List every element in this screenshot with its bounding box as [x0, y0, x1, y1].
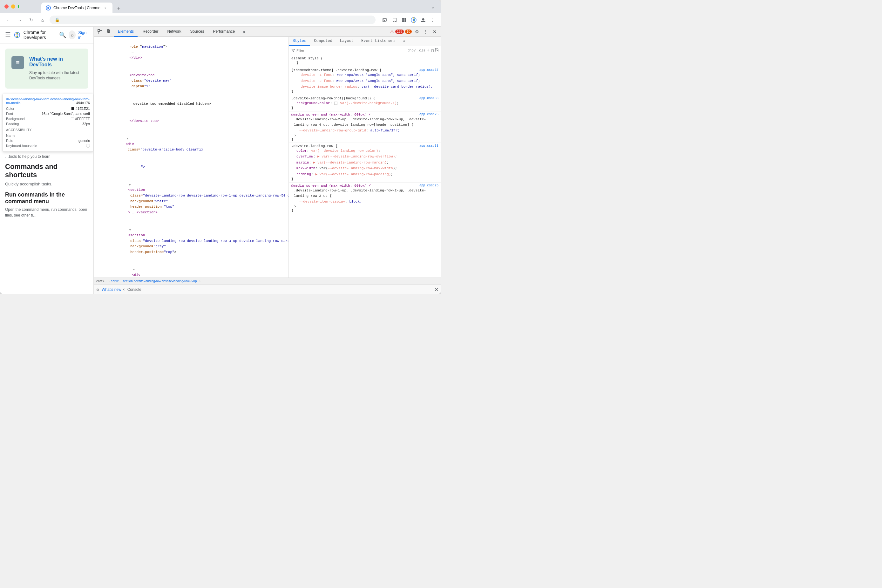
breadcrumb-section[interactable]: earfix… section.devsite-landing-row.devs… [111, 279, 197, 283]
chrome-settings-menu[interactable]: ⋮ [428, 15, 437, 24]
svg-rect-6 [402, 20, 404, 22]
devtools-more-button[interactable]: ⋮ [422, 28, 430, 36]
minimize-button[interactable] [11, 4, 15, 9]
hamburger-menu[interactable]: ☰ [5, 31, 11, 39]
site-search-button[interactable]: 🔍 [59, 32, 66, 38]
reload-button[interactable]: ↻ [27, 15, 36, 24]
color-swatch [71, 107, 74, 110]
html-line[interactable]: ▼ <div class="devsite-landing-row-inner"… [94, 261, 288, 278]
dt-bottom-bar: earfix… › earfix… section.devsite-landin… [94, 278, 441, 285]
back-button[interactable]: ← [4, 15, 13, 24]
font-label: Font [6, 112, 13, 116]
tab-network[interactable]: Network [163, 27, 185, 37]
devtools-settings-button[interactable]: ⚙ [413, 28, 421, 36]
hero-icon: ≡ [11, 56, 24, 69]
dt-html-panel: role="navigation"> … </div> <devsite-toc… [94, 37, 441, 278]
styles-tab-event-listeners[interactable]: Event Listeners [358, 37, 400, 46]
tab-elements[interactable]: Elements [114, 27, 138, 37]
svg-rect-7 [404, 20, 406, 22]
padding-label: Padding [6, 122, 19, 126]
website-panel: ☰ Chrome for Developers 🔍 ☼ Sign in [0, 27, 94, 294]
forward-button[interactable]: → [15, 15, 24, 24]
new-tab-button[interactable]: + [114, 4, 123, 14]
svg-point-9 [413, 19, 415, 21]
styles-tab-more[interactable]: » [400, 37, 409, 46]
main-content: ☰ Chrome for Developers 🔍 ☼ Sign in [0, 27, 441, 294]
a11y-keyboard-row: Keyboard-focusable [6, 143, 90, 148]
error-count[interactable]: ⚠ 168 10 [390, 29, 412, 34]
add-style-rule[interactable]: + [427, 48, 430, 53]
active-tab[interactable]: Chrome DevTools | Chrome × [41, 3, 113, 14]
html-line[interactable]: ▼ <div class="devsite-article-body clear… [94, 130, 288, 159]
padding-value: 32px [82, 122, 90, 126]
extensions-icon[interactable] [400, 15, 409, 24]
sign-in-button[interactable]: Sign in [78, 30, 88, 40]
style-source[interactable]: app.css:25 [419, 184, 439, 188]
tab-recorder[interactable]: Recorder [139, 27, 162, 37]
more-tabs-button[interactable]: » [240, 27, 248, 37]
inspector-color-row: Color #1E1E21 [6, 106, 90, 111]
site-title: Chrome for Developers [24, 30, 56, 40]
html-line[interactable]: </devsite-toc> [94, 113, 288, 130]
styles-tab-computed[interactable]: Computed [310, 37, 336, 46]
dt-elements-panel: role="navigation"> … </div> <devsite-toc… [94, 37, 288, 278]
address-input[interactable]: 🔒 [50, 15, 376, 24]
html-line[interactable]: <devsite-toc class="devsite-nav" depth="… [94, 67, 288, 95]
style-source[interactable]: app.css:33 [419, 96, 439, 100]
cls-pseudo[interactable]: .cls [417, 49, 425, 52]
console-tab-console[interactable]: Console [128, 287, 141, 292]
a11y-keyboard-value [86, 144, 90, 148]
styles-new-rule[interactable]: ◻ [431, 47, 434, 54]
hov-pseudo[interactable]: :hov [407, 49, 416, 52]
hero-title: What's new in DevTools [29, 56, 82, 68]
html-line[interactable]: devsite-toc-embedded disabled hidden> [94, 95, 288, 113]
bookmark-icon[interactable] [390, 15, 399, 24]
html-line[interactable]: "> [94, 158, 288, 176]
a11y-keyboard-label: Keyboard-focusable [6, 144, 37, 148]
style-section-media-600-1: app.css:25 @media screen and (max-width:… [289, 111, 441, 143]
filter-icon [291, 49, 295, 52]
tab-bar: Chrome DevTools | Chrome × + [19, 0, 123, 14]
tab-close-button[interactable]: × [103, 5, 108, 10]
chrome-profile-icon[interactable] [409, 15, 418, 24]
console-tab-whatsnew[interactable]: What's new × [102, 287, 125, 292]
whatsnew-close[interactable]: × [123, 287, 125, 292]
html-line[interactable]: ▼ <section class="devsite-landing-row de… [94, 221, 288, 261]
security-icon: 🔒 [55, 18, 60, 22]
breadcrumb-earfix[interactable]: earfix… [96, 279, 107, 283]
style-source[interactable]: app.css:25 [419, 113, 439, 116]
no-keyboard-icon [86, 144, 90, 148]
chrome-menu-button[interactable]: ⌄ [428, 2, 437, 11]
devtools-close-button[interactable]: ✕ [431, 28, 439, 36]
hero-text: What's new in DevTools Stay up to date w… [29, 56, 82, 81]
bg-swatch [71, 117, 74, 120]
style-source[interactable]: app.css:33 [419, 144, 439, 148]
devtools-panel: Elements Recorder Network Sources Perfor… [94, 27, 441, 294]
svg-rect-5 [404, 18, 406, 20]
html-line[interactable]: role="navigation"> … </div> [94, 38, 288, 67]
theme-toggle-button[interactable]: ☼ [69, 30, 76, 39]
styles-filter-bar: :hov .cls + ◻ ⎘ [289, 46, 441, 55]
styles-tab-layout[interactable]: Layout [336, 37, 358, 46]
tab-favicon [46, 5, 51, 10]
home-button[interactable]: ⌂ [38, 15, 47, 24]
close-button[interactable] [5, 4, 9, 9]
inspect-element-button[interactable] [96, 28, 104, 36]
tab-sources[interactable]: Sources [186, 27, 208, 37]
device-toolbar-button[interactable] [105, 28, 113, 36]
user-avatar[interactable] [419, 15, 428, 24]
html-line[interactable]: ▶ <section class="devsite-landing-row de… [94, 176, 288, 221]
error-badge: 168 [395, 30, 404, 34]
inspector-elem-size: 494×176 [76, 101, 90, 105]
commands-title: Commands and shortcuts [5, 162, 88, 179]
chrome-window: Chrome DevTools | Chrome × + ⌄ ← → ↻ ⌂ 🔒 [0, 0, 441, 294]
tab-performance[interactable]: Performance [209, 27, 239, 37]
bottom-panel-close[interactable]: ✕ [434, 287, 439, 293]
site-header: ☰ Chrome for Developers 🔍 ☼ Sign in [0, 27, 93, 44]
copy-styles[interactable]: ⎘ [435, 48, 439, 53]
style-source[interactable]: app.css:37 [419, 68, 439, 72]
styles-tab-styles[interactable]: Styles [289, 37, 310, 46]
cast-icon[interactable] [381, 15, 389, 24]
styles-filter-input[interactable] [296, 49, 406, 52]
page-section-text: …tools to help you to learn [5, 154, 88, 159]
